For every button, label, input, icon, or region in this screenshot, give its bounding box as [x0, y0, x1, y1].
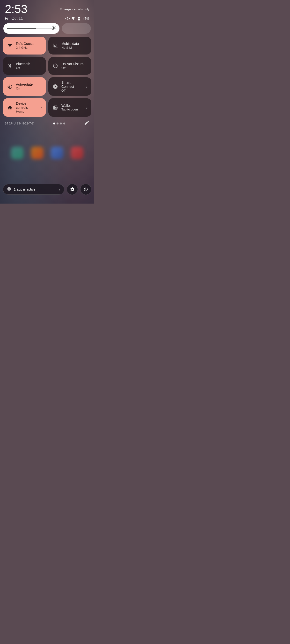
- vibrate-icon: [65, 16, 70, 21]
- app-icons-blur: [0, 143, 94, 162]
- smart-connect-arrow: ›: [86, 84, 87, 89]
- wifi-tile[interactable]: Ro's Guests 2.4 GHz: [3, 37, 46, 54]
- bottom-bar: 1 app is active ›: [0, 182, 94, 199]
- info-icon: [7, 187, 11, 192]
- mobile-data-title: Mobile data: [61, 42, 87, 46]
- pill-arrow-icon: ›: [59, 187, 60, 192]
- auto-rotate-subtitle: On: [16, 86, 42, 90]
- mobile-data-icon: [52, 43, 59, 48]
- brightness-slider[interactable]: [4, 23, 59, 34]
- wallet-subtitle: Tap to open: [61, 108, 83, 112]
- dot-3: [60, 122, 62, 124]
- smart-connect-subtitle: Off: [61, 89, 83, 92]
- battery-percent: 47%: [83, 17, 89, 20]
- wifi-tile-title: Ro's Guests: [16, 42, 42, 46]
- dnd-icon: [52, 63, 59, 68]
- auto-rotate-icon: [7, 84, 13, 89]
- wifi-tile-subtitle: 2.4 GHz: [16, 46, 42, 50]
- qs-footer: 14 (U4UIS34.8-22-7-2): [3, 117, 91, 129]
- wallet-arrow: ›: [86, 105, 87, 110]
- mobile-data-subtitle: No SIM: [61, 46, 87, 50]
- wallet-tile[interactable]: Wallet Tap to open ›: [48, 98, 91, 117]
- app-icon-1: [11, 147, 24, 159]
- wallet-icon: [52, 105, 59, 110]
- lockscreen-area: [0, 132, 94, 182]
- device-controls-title: Device controls: [16, 102, 38, 110]
- dot-1: [53, 122, 55, 124]
- device-controls-subtitle: Home: [16, 110, 38, 114]
- version-text: 14 (U4UIS34.8-22-7-2): [5, 122, 34, 125]
- bluetooth-subtitle: Off: [16, 66, 42, 70]
- status-icons: 47%: [65, 16, 89, 21]
- power-button[interactable]: [80, 184, 91, 195]
- active-app-pill[interactable]: 1 app is active ›: [3, 184, 64, 195]
- dot-4: [63, 122, 65, 124]
- page-dots: [53, 122, 65, 124]
- device-controls-tile[interactable]: Device controls Home ›: [3, 98, 46, 117]
- bluetooth-icon: [7, 63, 13, 68]
- device-controls-arrow: ›: [41, 105, 42, 110]
- auto-rotate-tile[interactable]: Auto-rotate On: [3, 77, 46, 96]
- smart-connect-title: Smart Connect: [61, 80, 83, 89]
- bluetooth-tile[interactable]: Bluetooth Off: [3, 57, 46, 75]
- wifi-icon: [71, 16, 75, 21]
- smart-connect-icon: [52, 84, 59, 89]
- dnd-subtitle: Off: [61, 66, 87, 70]
- auto-rotate-title: Auto-rotate: [16, 82, 42, 86]
- settings-button[interactable]: [67, 184, 78, 195]
- bluetooth-title: Bluetooth: [16, 62, 42, 66]
- date-display: Fri, Oct 11: [5, 16, 23, 21]
- quick-settings-grid: Ro's Guests 2.4 GHz Mobile data No SIM: [3, 37, 91, 117]
- edit-button[interactable]: [84, 120, 89, 127]
- brightness-row: [3, 23, 91, 34]
- active-app-text: 1 app is active: [14, 188, 56, 191]
- clock-time: 2:53: [5, 4, 27, 15]
- dnd-tile[interactable]: Do Not Disturb Off: [48, 57, 91, 75]
- dnd-title: Do Not Disturb: [61, 62, 87, 66]
- brightness-icon: [51, 26, 56, 32]
- battery-icon: [77, 16, 81, 21]
- smart-connect-tile[interactable]: Smart Connect Off ›: [48, 77, 91, 96]
- emergency-text: Emergency calls only: [60, 8, 89, 11]
- device-controls-icon: [7, 105, 13, 110]
- app-icon-3: [51, 147, 63, 159]
- wallet-title: Wallet: [61, 104, 83, 108]
- app-icon-4: [71, 147, 83, 159]
- dot-2: [57, 122, 59, 124]
- wifi-tile-icon: [7, 43, 13, 48]
- brightness-extra: [62, 23, 91, 34]
- app-icon-2: [31, 147, 44, 159]
- mobile-data-tile[interactable]: Mobile data No SIM: [48, 37, 91, 54]
